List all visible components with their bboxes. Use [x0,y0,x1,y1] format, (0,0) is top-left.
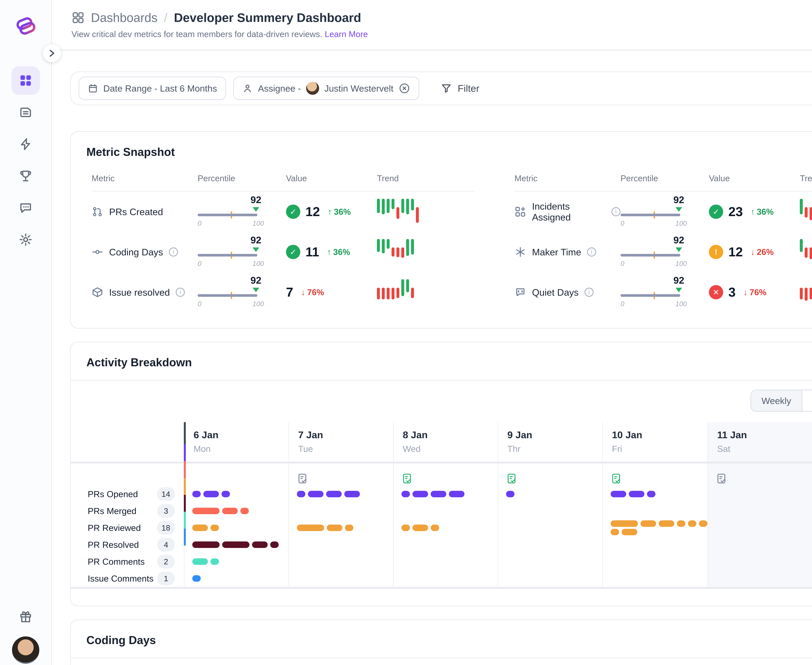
up-arrow-icon: ↑ [751,207,755,216]
app-logo-icon[interactable] [14,14,37,38]
daily-toggle-button[interactable]: Daily [802,390,812,411]
day-name: Sat [717,444,812,454]
check-badge-icon: ✓ [286,245,300,259]
metric-value: 7 [286,285,293,300]
metric-row: Maker Timei920100!12↓26% [515,232,812,272]
activity-row-label: PR Reviewed18 [71,519,184,536]
breadcrumb-separator: / [164,11,167,25]
date-range-chip[interactable]: Date Range - Last 6 Months [79,77,226,100]
activity-pill [402,491,410,497]
sidebar-item-feedback[interactable] [11,193,40,222]
remove-assignee-button[interactable] [399,82,410,94]
column-header: Value [709,174,800,183]
day-name: Thr [507,444,602,454]
activity-grid: 6 JanMon7 JanTue8 JanWed9 JanThr10 JanFr… [71,422,812,589]
metric-value: 12 [728,244,743,259]
metric-value: 11 [305,244,319,259]
sidebar-item-rewards[interactable] [11,603,40,631]
filter-button[interactable]: Filter [437,82,483,95]
learn-more-link[interactable]: Learn More [325,29,368,39]
activity-cell [603,553,707,570]
day-date: 9 Jan [507,429,602,441]
metric-label: Maker Time [532,247,581,257]
value-cell: ✓23↑36% [709,204,800,219]
percentile-slider[interactable]: 920100 [198,234,264,270]
pull-request-icon [92,206,103,218]
info-icon[interactable]: i [584,288,594,297]
note-check-icon-green [506,473,517,485]
info-icon[interactable]: i [176,288,185,297]
activity-pill [402,524,410,531]
activity-cell [498,553,602,570]
activity-pill [222,541,249,548]
activity-pill [699,520,707,527]
scale-max: 100 [253,300,264,308]
percentile-slider[interactable]: 920100 [620,275,687,310]
percentile-slider[interactable]: 920100 [198,194,264,229]
activity-cell [184,553,289,570]
metric-value: 3 [728,285,736,300]
scale-min: 0 [620,300,624,308]
row-count-badge: 4 [157,538,175,552]
note-check-icon-green [402,473,412,485]
activity-cell [394,570,498,587]
percentile-slider[interactable]: 920100 [620,194,687,229]
metric-label: Incidents Assigned [532,201,605,223]
funnel-icon [441,83,452,94]
column-header: Percentile [198,174,286,183]
metric-snapshot-card: Metric Snapshot MetricPercentileValueTre… [70,131,812,329]
pill-lines [192,524,219,531]
metric-snapshot-title: Metric Snapshot [86,146,175,159]
day-name: Tue [298,444,393,454]
user-avatar[interactable] [12,636,39,664]
activity-cell [289,503,393,519]
activity-pill [622,529,637,535]
sidebar-bottom [11,603,40,665]
scale-min: 0 [198,260,202,267]
scale-max: 100 [253,260,264,267]
sidebar-item-settings[interactable] [11,225,40,254]
day-column [184,464,289,589]
gear-icon [18,233,33,247]
sidebar-item-dashboards[interactable] [11,66,40,95]
percentile-track [198,294,258,297]
activity-pill [192,575,201,582]
pill-line [297,524,353,531]
info-icon[interactable]: i [587,247,596,257]
activity-pill [345,524,353,531]
activity-pill [506,491,515,497]
activity-pill [297,524,324,531]
commit-icon [92,246,103,258]
activity-pill [610,491,626,497]
breadcrumb-dashboards[interactable]: Dashboards [91,11,157,25]
activity-pill [192,559,208,565]
quiet-icon [515,287,526,298]
sidebar-item-documents[interactable] [11,98,40,127]
activity-pill [640,520,656,527]
activity-row-label: PRs Merged3 [71,503,184,519]
percentile-scale: 0100 [620,260,687,267]
activity-row-label: Issue Comments1 [71,570,184,587]
activity-pill [449,491,464,497]
weekly-toggle-button[interactable]: Weekly [751,390,802,411]
info-icon[interactable]: i [169,247,178,257]
percentile-value: 92 [673,275,684,286]
activity-cell [394,519,498,536]
activity-breakdown-card: Activity Breakdown Weekly Daily [70,342,812,606]
chat-icon [18,201,33,215]
up-arrow-icon: ↑ [328,207,332,216]
percentile-slider[interactable]: 920100 [620,234,687,270]
scale-max: 100 [676,219,687,227]
sidebar-expand-button[interactable] [43,44,61,62]
info-icon[interactable]: i [612,207,620,216]
percentile-slider[interactable]: 920100 [198,275,264,310]
assignee-chip[interactable]: Assignee - Justin Westervelt [233,77,419,100]
pill-lines [192,575,201,582]
row-count-badge: 1 [157,572,175,585]
activity-cell [184,486,289,503]
activity-cell [498,503,602,519]
sidebar-item-achievements[interactable] [11,162,40,190]
activity-cell [184,503,289,519]
metric-cell: Maker Timei [515,246,620,258]
sidebar-item-automations[interactable] [11,130,40,159]
